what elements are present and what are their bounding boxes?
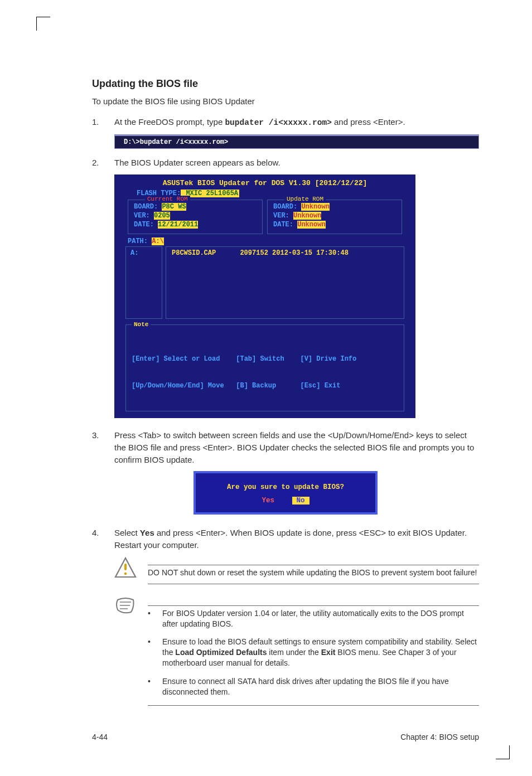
dialog-no: No xyxy=(292,497,309,505)
step-number: 1. xyxy=(92,116,114,129)
path-label: PATH: xyxy=(128,237,152,245)
step-post: and press <Enter>. xyxy=(332,117,405,127)
drive-list-box: A: xyxy=(125,246,162,319)
current-rom-legend: Current ROM xyxy=(145,196,190,202)
command-prompt-bar: D:\>bupdater /i<xxxxx.rom> xyxy=(114,134,479,149)
note-legend: Note xyxy=(132,321,151,329)
svg-rect-1 xyxy=(124,564,127,570)
board-label: BOARD: xyxy=(134,203,162,211)
tip-text: Ensure to load the BIOS default settings… xyxy=(162,637,479,668)
path-line: PATH: A:\ xyxy=(128,237,415,245)
warning-callout: DO NOT shut down or reset the system whi… xyxy=(114,557,479,592)
update-rom-legend: Update ROM xyxy=(284,196,326,202)
note-line: [Up/Down/Home/End] Move [B] Backup [Esc]… xyxy=(132,381,398,390)
confirm-dialog: Are you sure to update BIOS? Yes No xyxy=(194,471,378,515)
step-pre: Select xyxy=(114,528,140,537)
bios-updater-screen: ASUSTek BIOS Updater for DOS V1.30 [2012… xyxy=(114,174,415,418)
dialog-question: Are you sure to update BIOS? xyxy=(202,483,369,491)
ver-value: 0205 xyxy=(154,212,170,220)
inline-command: bupdater /i<xxxxx.rom> xyxy=(225,118,331,127)
step-text: The BIOS Updater screen appears as below… xyxy=(114,157,479,169)
ver-label: VER: xyxy=(134,212,154,220)
step-text: Press <Tab> to switch between screen fie… xyxy=(114,429,479,465)
page-number: 4-44 xyxy=(92,733,108,741)
step-number: 2. xyxy=(92,157,114,169)
update-rom-box: Update ROM BOARD: Unknown VER: Unknown D… xyxy=(267,200,402,235)
intro-text: To update the BIOS file using BIOS Updat… xyxy=(92,96,479,106)
warning-text: DO NOT shut down or reset the system whi… xyxy=(148,568,479,578)
step-bold: Yes xyxy=(140,528,154,537)
board-value: P8C WS xyxy=(162,203,186,211)
board-value: Unknown xyxy=(301,203,329,211)
bullet: • xyxy=(148,608,162,629)
date-label: DATE: xyxy=(134,221,158,229)
svg-point-2 xyxy=(124,572,127,575)
bullet: • xyxy=(148,676,162,697)
warning-icon xyxy=(114,557,137,578)
info-callout: •For BIOS Updater version 1.04 or later,… xyxy=(114,598,479,714)
step-text: At the FreeDOS prompt, type bupdater /i<… xyxy=(114,116,479,129)
page-footer: 4-44 Chapter 4: BIOS setup xyxy=(92,733,479,741)
current-rom-box: Current ROM BOARD: P8C WS VER: 0205 DATE… xyxy=(128,200,263,235)
ver-value: Unknown xyxy=(293,212,321,220)
date-value: Unknown xyxy=(297,221,325,229)
bios-title: ASUSTek BIOS Updater for DOS V1.30 [2012… xyxy=(114,179,415,187)
board-label: BOARD: xyxy=(273,203,301,211)
tip-text: Ensure to connect all SATA hard disk dri… xyxy=(162,676,479,697)
step-number: 4. xyxy=(92,527,114,551)
date-value: 12/21/2011 xyxy=(158,221,198,229)
date-label: DATE: xyxy=(273,221,297,229)
chapter-label: Chapter 4: BIOS setup xyxy=(400,733,479,741)
ver-label: VER: xyxy=(273,212,293,220)
step-text: Select Yes and press <Enter>. When BIOS … xyxy=(114,527,479,551)
note-line: [Enter] Select or Load [Tab] Switch [V] … xyxy=(132,355,398,363)
bullet: • xyxy=(148,637,162,668)
step-post: and press <Enter>. When BIOS update is d… xyxy=(114,528,467,550)
dialog-yes: Yes xyxy=(262,497,274,505)
note-icon xyxy=(114,598,137,614)
tip-text: For BIOS Updater version 1.04 or later, … xyxy=(162,608,479,629)
path-value: A:\ xyxy=(152,237,164,245)
section-heading: Updating the BIOS file xyxy=(92,78,479,90)
step-pre: At the FreeDOS prompt, type xyxy=(114,117,225,127)
file-list-box: P8CWSID.CAP 2097152 2012-03-15 17:30:48 xyxy=(166,246,404,319)
bios-note-box: Note [Enter] Select or Load [Tab] Switch… xyxy=(125,324,404,411)
step-number: 3. xyxy=(92,429,114,465)
